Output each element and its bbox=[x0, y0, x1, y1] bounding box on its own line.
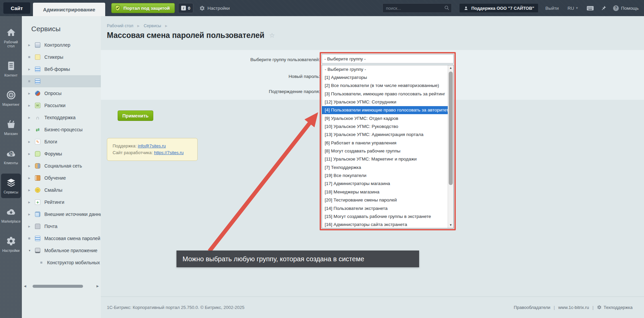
sidebar-item-мобильное-приложение[interactable]: Мобильное приложение bbox=[22, 244, 101, 257]
expand-arrow-icon[interactable] bbox=[28, 165, 32, 168]
group-select[interactable]: - Выберите группу - bbox=[322, 54, 454, 63]
hscroll-thumb[interactable] bbox=[33, 285, 83, 288]
group-option[interactable]: [7] Техподдержка bbox=[322, 163, 448, 171]
expand-arrow-icon[interactable] bbox=[28, 44, 32, 47]
expand-arrow-icon[interactable] bbox=[28, 68, 32, 71]
group-option[interactable]: [3] Пользователи, имеющие право голосова… bbox=[322, 90, 448, 98]
scroll-right-icon[interactable]: ▶ bbox=[95, 284, 99, 288]
group-option[interactable]: [9] Уральское УГМС: Отдел кадров bbox=[322, 114, 448, 122]
group-option[interactable]: [1] Администраторы bbox=[322, 73, 448, 81]
sidebar-item-бизнес-процессы[interactable]: Бизнес-процессы bbox=[22, 124, 101, 136]
cloud-24-icon: 24 bbox=[6, 148, 16, 158]
group-option[interactable]: [4] Пользователи имеющие право голосоват… bbox=[322, 106, 448, 114]
footer-link[interactable]: Правообладатели bbox=[514, 305, 551, 310]
topbar-settings-label: Настройки bbox=[207, 6, 230, 11]
group-option[interactable]: [17] Администраторы магазина bbox=[322, 180, 448, 188]
group-option[interactable]: [14] Пользователи экстранета bbox=[322, 204, 448, 212]
rail-item-store[interactable]: Магазин bbox=[1, 115, 21, 140]
group-option[interactable]: - Выберите группу - bbox=[322, 65, 448, 73]
expand-arrow-icon[interactable] bbox=[28, 225, 32, 228]
breadcrumb-link[interactable]: Рабочий стол bbox=[107, 24, 133, 28]
mailbox-icon bbox=[35, 224, 40, 229]
sidebar-item-selected-3[interactable] bbox=[22, 75, 101, 87]
group-option[interactable]: [2] Все пользователи (в том числе неавто… bbox=[322, 82, 448, 90]
rail-item-content[interactable]: Контент bbox=[1, 57, 21, 81]
collapse-arrow-icon[interactable] bbox=[28, 249, 32, 252]
sidebar-item-рейтинги[interactable]: Рейтинги bbox=[22, 196, 101, 208]
notifications-counter[interactable]: 0 bbox=[178, 3, 193, 13]
group-option[interactable]: [10] Уральское УГМС: Руководство bbox=[322, 122, 448, 130]
sidebar-item-почта[interactable]: Почта bbox=[22, 220, 101, 232]
sidebar-item-смайлы[interactable]: Смайлы bbox=[22, 184, 101, 196]
developer-site-link[interactable]: https://7sites.ru bbox=[154, 150, 184, 155]
sidebar-item-опросы[interactable]: Опросы bbox=[22, 87, 101, 99]
language-selector[interactable]: RU ▼ bbox=[567, 6, 578, 11]
rail-item-desktop[interactable]: Рабочий стол bbox=[1, 24, 21, 52]
sidebar-item-внешние-источники-данны[interactable]: Внешние источники данны bbox=[22, 208, 101, 220]
group-option[interactable]: [16] Администраторы сайта экстранета bbox=[322, 221, 448, 228]
breadcrumb-link[interactable]: Сервисы bbox=[144, 24, 161, 28]
expand-arrow-icon[interactable] bbox=[28, 152, 32, 155]
group-option[interactable]: [8] Могут создавать рабочие группы bbox=[322, 147, 448, 155]
sidebar-item-веб-формы[interactable]: Веб-формы bbox=[22, 63, 101, 75]
rail-item-clients[interactable]: 24Клиенты bbox=[1, 144, 21, 169]
sidebar-hscrollbar[interactable]: ◀ ▶ bbox=[24, 284, 99, 288]
hscroll-track[interactable] bbox=[28, 285, 95, 288]
sidebar-item-обучение[interactable]: Обучение bbox=[22, 172, 101, 184]
footer-link[interactable]: www.1c-bitrix.ru bbox=[558, 305, 589, 310]
tab-admin[interactable]: Администрирование bbox=[33, 3, 105, 16]
sidebar-item-блоги[interactable]: Блоги bbox=[22, 136, 101, 148]
group-option[interactable]: [12] Уральское УГМС: Сотрудники bbox=[322, 98, 448, 106]
sidebar-item-конструктор-мобильных-пр[interactable]: Конструктор мобильных пр bbox=[22, 257, 101, 269]
current-user-button[interactable]: Поддержка ООО "7 САЙТОВ" bbox=[459, 3, 538, 13]
favorite-star-icon[interactable]: ☆ bbox=[269, 32, 275, 39]
group-option[interactable]: [6] Работает в панели управления bbox=[322, 139, 448, 147]
rail-item-marketplace[interactable]: Marketplace bbox=[1, 203, 21, 227]
expand-arrow-icon[interactable] bbox=[28, 177, 32, 180]
expand-arrow-icon[interactable] bbox=[28, 128, 32, 131]
document-icon bbox=[6, 61, 16, 71]
group-option[interactable]: [19] Все покупатели bbox=[322, 171, 448, 179]
expand-arrow-icon[interactable] bbox=[28, 92, 32, 95]
scroll-left-icon[interactable]: ◀ bbox=[24, 284, 28, 288]
sidebar-item-социальная-сеть[interactable]: Социальная сеть bbox=[22, 160, 101, 172]
rail-item-settings[interactable]: Настройки bbox=[1, 232, 21, 257]
scroll-up-icon[interactable]: ▲ bbox=[448, 65, 453, 71]
expand-arrow-icon[interactable] bbox=[28, 201, 32, 204]
vscroll-thumb[interactable] bbox=[449, 72, 453, 185]
sidebar-item-форумы[interactable]: Форумы bbox=[22, 148, 101, 160]
search-icon[interactable] bbox=[444, 5, 450, 12]
topbar-settings-button[interactable]: Настройки bbox=[199, 5, 230, 11]
expand-arrow-icon[interactable] bbox=[28, 213, 32, 216]
group-options-list: - Выберите группу -[1] Администраторы[2]… bbox=[322, 65, 454, 228]
logout-link[interactable]: Выйти bbox=[545, 6, 559, 11]
help-button[interactable]: Помощь bbox=[613, 5, 639, 11]
keyboard-icon[interactable] bbox=[587, 5, 594, 11]
expand-arrow-icon[interactable] bbox=[28, 140, 32, 143]
search-input[interactable] bbox=[383, 3, 452, 13]
portal-protected-button[interactable]: Портал под защитой bbox=[111, 3, 175, 13]
sidebar-item-контроллер[interactable]: Контроллер bbox=[22, 39, 101, 51]
group-option[interactable]: [13] Уральское УГМС: Администрация порта… bbox=[322, 131, 448, 139]
group-option[interactable]: [18] Менеджеры магазина bbox=[322, 188, 448, 196]
list-vscrollbar[interactable]: ▲ ▼ bbox=[448, 65, 453, 228]
scroll-down-icon[interactable]: ▼ bbox=[448, 222, 453, 228]
group-option[interactable]: [11] Уральское УГМС: Маркетинг и продажи bbox=[322, 155, 448, 163]
pin-icon[interactable] bbox=[601, 5, 606, 11]
sidebar-item-рассылки[interactable]: Рассылки bbox=[22, 99, 101, 111]
expand-arrow-icon[interactable] bbox=[28, 189, 32, 192]
rail-item-services[interactable]: Сервисы bbox=[1, 174, 21, 198]
tab-site[interactable]: Сайт bbox=[3, 2, 30, 14]
group-option[interactable]: [15] Могут создавать рабочие группы в эк… bbox=[322, 212, 448, 220]
search-box bbox=[383, 3, 452, 13]
sidebar-item-стикеры[interactable]: Стикеры bbox=[22, 51, 101, 63]
apply-button[interactable]: Применить bbox=[118, 110, 153, 121]
expand-arrow-icon[interactable] bbox=[28, 104, 32, 107]
expand-arrow-icon[interactable] bbox=[28, 116, 32, 119]
group-option[interactable]: [20] Тестирование смены паролей bbox=[322, 196, 448, 204]
support-email-link[interactable]: info@7sites.ru bbox=[138, 143, 166, 148]
sidebar-item-техподдержка[interactable]: Техподдержка bbox=[22, 111, 101, 124]
sidebar-item-массовая-смена-паролей[interactable]: Массовая смена паролей bbox=[22, 232, 101, 244]
footer-link[interactable]: Техподдержка bbox=[604, 305, 633, 310]
rail-item-marketing[interactable]: Маркетинг bbox=[1, 86, 21, 110]
